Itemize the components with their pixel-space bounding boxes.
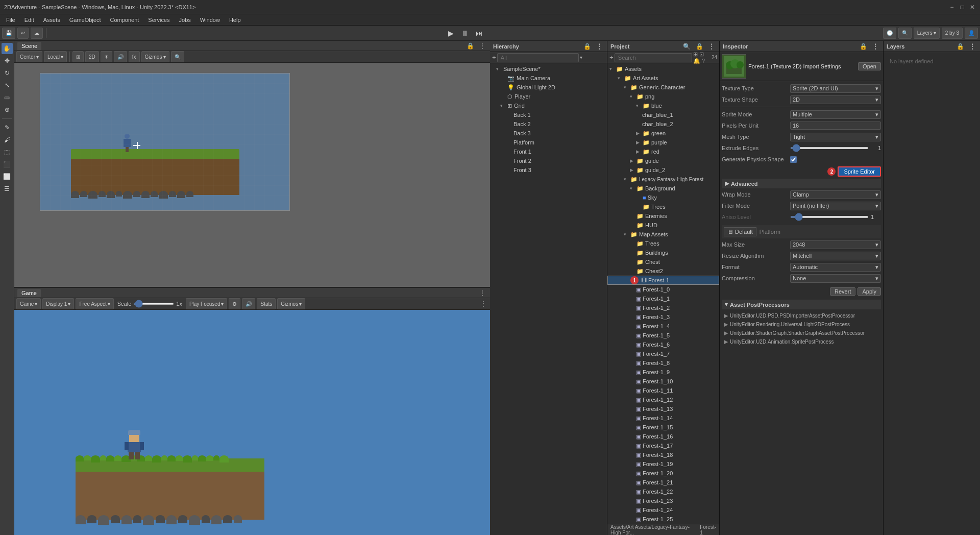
project-forest1-5[interactable]: ▣ Forest-1_5: [607, 331, 719, 340]
scene-tab[interactable]: Scene: [17, 42, 41, 50]
project-forest1-3[interactable]: ▣ Forest-1_3: [607, 312, 719, 322]
scene-search-btn[interactable]: 🔍: [171, 51, 184, 62]
hierarchy-front3[interactable]: Front 3: [490, 165, 607, 175]
project-charblue2[interactable]: char_blue_2: [607, 119, 719, 129]
project-mapassets[interactable]: ▾ 📁 Map Assets: [607, 230, 719, 239]
scene-local-btn[interactable]: Local▾: [44, 51, 67, 62]
window-controls[interactable]: − □ ✕: [948, 4, 976, 11]
game-label-btn[interactable]: Game▾: [16, 298, 41, 309]
scene-light-btn[interactable]: ☀: [101, 51, 112, 62]
project-forest1-15[interactable]: ▣ Forest-1_15: [607, 423, 719, 432]
project-red[interactable]: ▶ 📁 red: [607, 147, 719, 156]
project-genericchar[interactable]: ▾ 📁 Generic-Character: [607, 83, 719, 92]
project-legacyforest[interactable]: ▾ 📁 Legacy-Fantasy-High Forest: [607, 175, 719, 184]
project-forest1-11[interactable]: ▣ Forest-1_11: [607, 386, 719, 395]
project-forest1-1[interactable]: ▣ Forest-1_1: [607, 294, 719, 303]
inspector-menu-icon[interactable]: ⋮: [871, 42, 880, 51]
toolbar-undo-btn[interactable]: ↩: [17, 28, 29, 39]
play-button[interactable]: ▶: [445, 27, 457, 39]
toolbar-save-btn[interactable]: 💾: [2, 28, 15, 39]
menu-component[interactable]: Component: [106, 16, 143, 24]
texture-type-value[interactable]: Sprite (2D and UI) ▾: [790, 84, 881, 93]
pp-1[interactable]: ▶ UnityEditor.U2D.PSD.PSDImporterAssetPo…: [724, 311, 879, 320]
project-chest[interactable]: 📁 Chest: [607, 257, 719, 266]
project-search-btn[interactable]: 🔍: [681, 42, 692, 51]
project-chest2[interactable]: 📁 Chest2: [607, 266, 719, 276]
project-forest1-2[interactable]: ▣ Forest-1_2: [607, 303, 719, 312]
toolbar-layers-btn[interactable]: Layers ▾: [914, 28, 940, 39]
project-buildings[interactable]: 📁 Buildings: [607, 248, 719, 257]
default-platform-btn[interactable]: 🖥 Default: [724, 227, 756, 236]
hierarchy-front2[interactable]: Front 2: [490, 156, 607, 165]
game-stats-btn[interactable]: Stats: [257, 298, 276, 309]
apply-button[interactable]: Apply: [857, 287, 881, 296]
pp-4[interactable]: ▶ UnityEditor.U2D.Animation.SpritePostPr…: [724, 337, 879, 346]
max-size-value[interactable]: 2048 ▾: [790, 240, 881, 249]
project-trees[interactable]: 📁 Trees: [607, 202, 719, 211]
project-purple[interactable]: ▶ 📁 purple: [607, 138, 719, 147]
sprite-editor-button[interactable]: Sprite Editor: [838, 166, 881, 177]
transform-tool-btn[interactable]: ⊕: [2, 104, 13, 115]
project-lock-icon[interactable]: 🔒: [694, 42, 705, 51]
compression-value[interactable]: None ▾: [790, 274, 881, 283]
hierarchy-back3[interactable]: Back 3: [490, 129, 607, 138]
project-forest1-16[interactable]: ▣ Forest-1_16: [607, 432, 719, 441]
game-aspect-btn[interactable]: Free Aspect▾: [76, 298, 113, 309]
hierarchy-platform[interactable]: Platform: [490, 138, 607, 147]
project-charblue1[interactable]: char_blue_1: [607, 110, 719, 119]
toolbar-layout-btn[interactable]: 2 by 3: [942, 28, 963, 39]
hierarchy-add-btn[interactable]: +: [492, 54, 496, 61]
scene-2d-btn[interactable]: 2D: [85, 51, 99, 62]
generate-physics-checkbox[interactable]: [790, 156, 797, 163]
filter-mode-value[interactable]: Point (no filter) ▾: [790, 202, 881, 210]
custom-editor-btn[interactable]: ✎: [2, 122, 13, 133]
scene-gizmos-btn[interactable]: Gizmos ▾: [141, 51, 170, 62]
project-forest1-20[interactable]: ▣ Forest-1_20: [607, 469, 719, 478]
project-png[interactable]: ▾ 📁 png: [607, 92, 719, 101]
menu-file[interactable]: File: [2, 16, 19, 24]
project-forest1-8[interactable]: ▣ Forest-1_8: [607, 358, 719, 368]
format-value[interactable]: Automatic ▾: [790, 263, 881, 272]
step-button[interactable]: ⏭: [473, 27, 485, 39]
resize-algo-value[interactable]: Mitchell ▾: [790, 252, 881, 260]
project-forest1-24[interactable]: ▣ Forest-1_24: [607, 505, 719, 515]
project-forest1-22[interactable]: ▣ Forest-1_22: [607, 487, 719, 496]
scene-audio-btn[interactable]: 🔊: [114, 51, 127, 62]
project-background[interactable]: ▾ 📁 Background: [607, 184, 719, 193]
scale-tool-btn[interactable]: ⤡: [2, 80, 13, 91]
project-forest1[interactable]: 1 🎞 Forest-1: [607, 276, 719, 285]
toolbar-history-btn[interactable]: 🕐: [883, 28, 896, 39]
project-forest1-6[interactable]: ▣ Forest-1_6: [607, 340, 719, 349]
hierarchy-lock-icon[interactable]: 🔒: [582, 42, 593, 51]
project-forest1-21[interactable]: ▣ Forest-1_21: [607, 478, 719, 487]
rect-tool-btn[interactable]: ▭: [2, 92, 13, 103]
revert-button[interactable]: Revert: [830, 287, 855, 296]
pp-3[interactable]: ▶ UnityEditor.ShaderGraph.ShaderGraphAss…: [724, 329, 879, 337]
hierarchy-back2[interactable]: Back 2: [490, 119, 607, 129]
hierarchy-menu-icon[interactable]: ⋮: [595, 42, 604, 51]
game-gizmos-btn[interactable]: Gizmos▾: [277, 298, 305, 309]
texture-shape-value[interactable]: 2D ▾: [790, 95, 881, 104]
hierarchy-player[interactable]: ⬡ Player: [490, 92, 607, 101]
project-artassets[interactable]: ▾ 📁 Art Assets: [607, 74, 719, 83]
game-play-focused-btn[interactable]: Play Focused▾: [186, 298, 228, 309]
hierarchy-front1[interactable]: Front 1: [490, 147, 607, 156]
menu-services[interactable]: Services: [144, 16, 174, 24]
project-green[interactable]: ▶ 📁 green: [607, 129, 719, 138]
project-forest1-18[interactable]: ▣ Forest-1_18: [607, 450, 719, 459]
move-tool-btn[interactable]: ✥: [2, 55, 13, 66]
eraser-tool-btn[interactable]: ⬛: [2, 159, 13, 170]
menu-window[interactable]: Window: [196, 16, 224, 24]
project-enemies[interactable]: 📁 Enemies: [607, 211, 719, 221]
open-button[interactable]: Open: [858, 62, 881, 70]
hierarchy-maincamera[interactable]: 📷 Main Camera: [490, 74, 607, 83]
rotate-tool-btn[interactable]: ↻: [2, 67, 13, 79]
project-menu-icon[interactable]: ⋮: [707, 42, 716, 51]
game-display-btn[interactable]: Display 1▾: [42, 298, 74, 309]
project-forest1-17[interactable]: ▣ Forest-1_17: [607, 441, 719, 450]
project-assets[interactable]: ▾ 📁 Assets: [607, 64, 719, 74]
hierarchy-globallight[interactable]: 💡 Global Light 2D: [490, 83, 607, 92]
project-search-input[interactable]: [615, 53, 692, 62]
project-forest1-7[interactable]: ▣ Forest-1_7: [607, 349, 719, 358]
pause-button[interactable]: ⏸: [459, 27, 471, 39]
